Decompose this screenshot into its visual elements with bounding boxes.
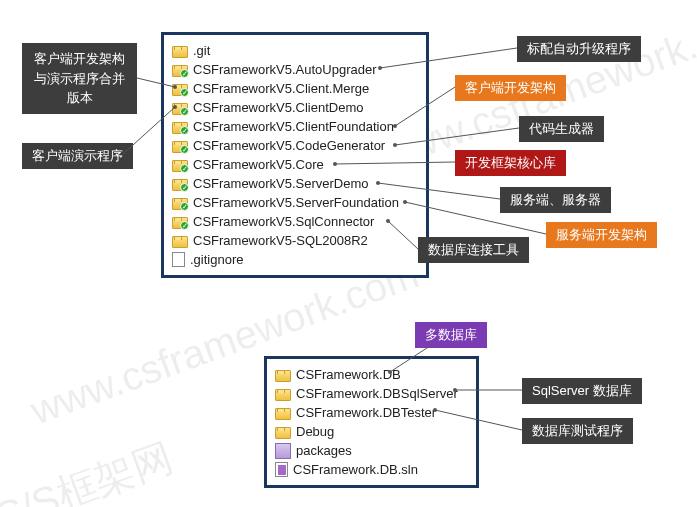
item-label: CSFramework.DBSqlServer xyxy=(296,386,458,401)
text: 版本 xyxy=(67,88,93,108)
callout-multidb: 多数据库 xyxy=(415,322,487,348)
folder-icon xyxy=(172,179,188,191)
list-item[interactable]: CSFrameworkV5.ServerFoundation xyxy=(172,193,418,212)
folder-icon xyxy=(172,198,188,210)
item-label: packages xyxy=(296,443,352,458)
callout-sqlserver: SqlServer 数据库 xyxy=(522,378,642,404)
sln-file-icon xyxy=(275,462,288,477)
check-badge-icon xyxy=(180,107,189,116)
folder-icon xyxy=(172,160,188,172)
folder-icon xyxy=(172,236,188,248)
list-item[interactable]: CSFramework.DB.sln xyxy=(275,460,468,479)
item-label: CSFrameworkV5.Client.Merge xyxy=(193,81,369,96)
item-label: Debug xyxy=(296,424,334,439)
item-label: CSFramework.DB xyxy=(296,367,401,382)
folder-icon xyxy=(172,65,188,77)
item-label: .git xyxy=(193,43,210,58)
item-label: CSFrameworkV5.ClientDemo xyxy=(193,100,364,115)
check-badge-icon xyxy=(180,145,189,154)
list-item[interactable]: CSFrameworkV5.AutoUpgrader xyxy=(172,60,418,79)
list-item[interactable]: CSFrameworkV5.Core xyxy=(172,155,418,174)
callout-client-foundation: 客户端开发架构 xyxy=(455,75,566,101)
list-item[interactable]: CSFrameworkV5-SQL2008R2 xyxy=(172,231,418,250)
item-label: CSFrameworkV5.ServerFoundation xyxy=(193,195,399,210)
item-label: CSFramework.DB.sln xyxy=(293,462,418,477)
list-item[interactable]: CSFramework.DB xyxy=(275,365,468,384)
list-item[interactable]: CSFrameworkV5.SqlConnector xyxy=(172,212,418,231)
item-label: CSFrameworkV5.ClientFoundation xyxy=(193,119,394,134)
folder-icon xyxy=(172,217,188,229)
callout-core: 开发框架核心库 xyxy=(455,150,566,176)
check-badge-icon xyxy=(180,183,189,192)
check-badge-icon xyxy=(180,202,189,211)
list-item[interactable]: .gitignore xyxy=(172,250,418,269)
item-label: CSFrameworkV5.CodeGenerator xyxy=(193,138,385,153)
list-item[interactable]: CSFramework.DBSqlServer xyxy=(275,384,468,403)
list-item[interactable]: CSFrameworkV5.ClientDemo xyxy=(172,98,418,117)
item-label: CSFramework.DBTester xyxy=(296,405,436,420)
folder-icon xyxy=(172,141,188,153)
check-badge-icon xyxy=(180,164,189,173)
callout-sqlconnector: 数据库连接工具 xyxy=(418,237,529,263)
list-item[interactable]: packages xyxy=(275,441,468,460)
list-item[interactable]: Debug xyxy=(275,422,468,441)
check-badge-icon xyxy=(180,69,189,78)
callout-codegen: 代码生成器 xyxy=(519,116,604,142)
folder-icon xyxy=(275,389,291,401)
item-label: .gitignore xyxy=(190,252,243,267)
item-label: CSFrameworkV5.AutoUpgrader xyxy=(193,62,377,77)
folder-icon xyxy=(172,122,188,134)
callout-server: 服务端、服务器 xyxy=(500,187,611,213)
list-item[interactable]: CSFrameworkV5.ServerDemo xyxy=(172,174,418,193)
check-badge-icon xyxy=(180,126,189,135)
text: 与演示程序合并 xyxy=(34,69,125,89)
callout-client-demo: 客户端演示程序 xyxy=(22,143,133,169)
folder-icon xyxy=(172,84,188,96)
list-item[interactable]: CSFrameworkV5.CodeGenerator xyxy=(172,136,418,155)
package-icon xyxy=(275,443,291,459)
text: 客户端开发架构 xyxy=(34,49,125,69)
check-badge-icon xyxy=(180,88,189,97)
item-label: CSFrameworkV5-SQL2008R2 xyxy=(193,233,368,248)
item-label: CSFrameworkV5.SqlConnector xyxy=(193,214,374,229)
list-item[interactable]: .git xyxy=(172,41,418,60)
item-label: CSFrameworkV5.ServerDemo xyxy=(193,176,369,191)
callout-autoupgrader: 标配自动升级程序 xyxy=(517,36,641,62)
callout-server-foundation: 服务端开发架构 xyxy=(546,222,657,248)
folder-icon xyxy=(275,427,291,439)
item-label: CSFrameworkV5.Core xyxy=(193,157,324,172)
list-item[interactable]: CSFramework.DBTester xyxy=(275,403,468,422)
folder-icon xyxy=(172,103,188,115)
file-icon xyxy=(172,252,185,267)
list-item[interactable]: CSFrameworkV5.Client.Merge xyxy=(172,79,418,98)
check-badge-icon xyxy=(180,221,189,230)
folder-icon xyxy=(172,46,188,58)
folder-panel-db: CSFramework.DB CSFramework.DBSqlServer C… xyxy=(264,356,479,488)
callout-client-merge: 客户端开发架构 与演示程序合并 版本 xyxy=(22,43,137,114)
callout-dbtester: 数据库测试程序 xyxy=(522,418,633,444)
folder-icon xyxy=(275,408,291,420)
list-item[interactable]: CSFrameworkV5.ClientFoundation xyxy=(172,117,418,136)
folder-panel-main: .git CSFrameworkV5.AutoUpgrader CSFramew… xyxy=(161,32,429,278)
watermark: C/S框架网 xyxy=(0,430,180,507)
folder-icon xyxy=(275,370,291,382)
